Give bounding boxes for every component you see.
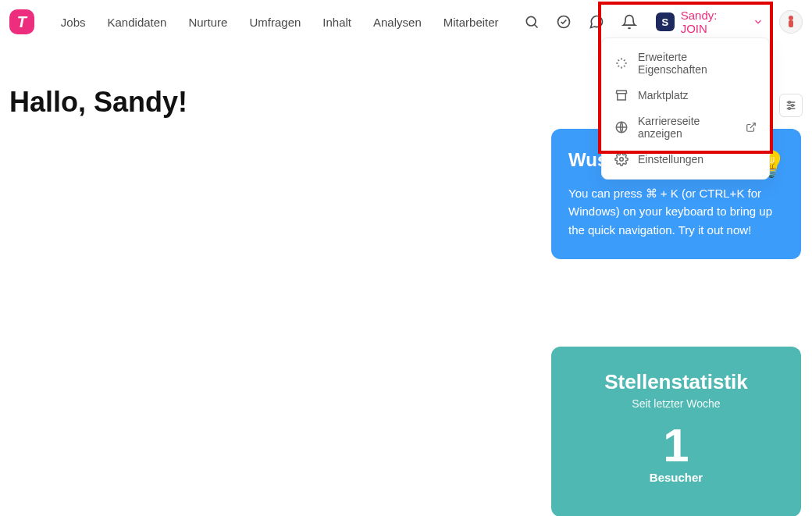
stats-card: Stellenstatistik Seit letzter Woche 1 Be… — [551, 347, 801, 516]
user-label: Sandy: JOIN — [681, 9, 747, 35]
stats-card-title: Stellenstatistik — [568, 370, 784, 394]
stats-card-metric: Besucher — [568, 471, 784, 484]
svg-rect-4 — [789, 20, 793, 27]
nav-jobs[interactable]: Jobs — [52, 11, 95, 34]
nav-umfragen[interactable]: Umfragen — [240, 11, 310, 34]
nav-inhalt[interactable]: Inhalt — [313, 11, 361, 34]
svg-point-12 — [792, 105, 794, 107]
dropdown-item-label: Einstellungen — [638, 153, 703, 165]
sliders-icon — [785, 99, 797, 112]
gear-icon — [614, 152, 629, 166]
nav-kandidaten[interactable]: Kandidaten — [98, 11, 176, 34]
user-menu-trigger[interactable]: S Sandy: JOIN — [648, 5, 771, 38]
stats-card-value: 1 — [568, 422, 784, 469]
check-circle-icon[interactable] — [550, 8, 578, 36]
dropdown-career-page[interactable]: Karriereseite anzeigen — [602, 109, 769, 146]
search-icon[interactable] — [518, 8, 546, 36]
bell-icon[interactable] — [615, 8, 643, 36]
dropdown-advanced-properties[interactable]: Erweiterte Eigenschaften — [602, 44, 769, 82]
dropdown-item-label: Erweiterte Eigenschaften — [638, 51, 757, 76]
store-icon — [614, 88, 629, 102]
chat-icon[interactable] — [582, 8, 611, 36]
filter-button[interactable] — [779, 94, 803, 117]
dropdown-settings[interactable]: Einstellungen — [602, 146, 769, 173]
main-nav: Jobs Kandidaten Nurture Umfragen Inhalt … — [52, 11, 508, 34]
svg-point-3 — [789, 16, 793, 20]
nav-analysen[interactable]: Analysen — [364, 11, 431, 34]
chevron-down-icon — [753, 16, 764, 27]
stats-card-subtitle: Seit letzter Woche — [568, 397, 784, 410]
svg-point-11 — [789, 101, 791, 104]
avatar[interactable] — [779, 10, 803, 34]
svg-line-1 — [534, 25, 537, 28]
user-dropdown: Erweiterte Eigenschaften Marktplatz Karr… — [601, 37, 770, 180]
svg-point-7 — [620, 158, 624, 162]
svg-point-0 — [526, 16, 536, 26]
nav-mitarbeiter[interactable]: Mitarbeiter — [434, 11, 508, 34]
globe-icon — [614, 120, 629, 134]
tip-card-body: You can press ⌘ + K (or CTRL+K for Windo… — [568, 184, 784, 239]
app-logo[interactable]: T — [9, 9, 34, 34]
sparkle-icon — [614, 56, 629, 70]
dropdown-item-label: Marktplatz — [638, 89, 689, 101]
user-badge: S — [656, 12, 675, 31]
svg-line-6 — [750, 123, 755, 128]
svg-point-13 — [789, 108, 791, 110]
avatar-figure-icon — [785, 14, 797, 30]
dropdown-item-label: Karriereseite anzeigen — [638, 115, 736, 140]
dropdown-marketplace[interactable]: Marktplatz — [602, 82, 769, 109]
external-link-icon — [746, 122, 757, 133]
page-title: Hallo, Sandy! — [9, 86, 187, 119]
nav-nurture[interactable]: Nurture — [179, 11, 237, 34]
